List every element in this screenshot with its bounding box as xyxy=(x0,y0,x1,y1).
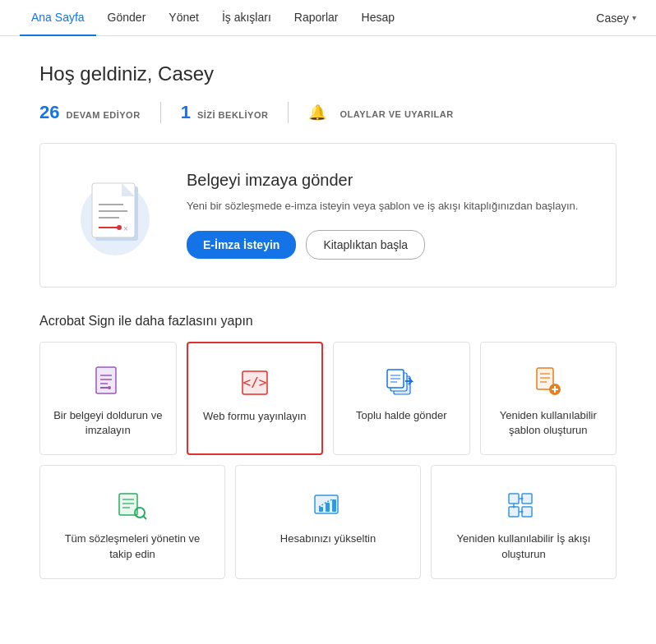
stats-bar: 26 DEVAM EDİYOR 1 SİZİ BEKLİYOR 🔔 OLAYLA… xyxy=(39,102,617,123)
svg-point-9 xyxy=(117,225,122,230)
stat-olaylar-label: OLAYLAR VE UYARILAR xyxy=(340,109,453,119)
promo-illustration: × xyxy=(70,170,160,260)
feature-fill-sign[interactable]: Bir belgeyi doldurun ve imzalayın xyxy=(39,342,177,455)
svg-line-37 xyxy=(143,516,146,519)
kitaplik-button[interactable]: Kitaplıktan başla xyxy=(306,230,425,260)
promo-actions: E-İmza İsteyin Kitaplıktan başla xyxy=(187,230,586,260)
feature-bulk-send[interactable]: Toplu halde gönder xyxy=(333,342,470,455)
nav-item-hesap[interactable]: Hesap xyxy=(350,0,406,36)
feature-manage[interactable]: Tüm sözleşmeleri yönetin ve takip edin xyxy=(39,465,225,578)
promo-content: Belgeyi imzaya gönder Yeni bir sözleşmed… xyxy=(187,171,586,260)
stat-olaylar[interactable]: 🔔 OLAYLAR VE UYARILAR xyxy=(308,104,473,122)
promo-description: Yeni bir sözleşmede e-imza isteyin veya … xyxy=(187,198,586,214)
nav-item-gonder[interactable]: Gönder xyxy=(96,0,158,36)
fill-sign-icon xyxy=(91,366,124,398)
nav-item-yonet[interactable]: Yönet xyxy=(157,0,210,36)
svg-rect-42 xyxy=(509,494,519,504)
user-name: Casey xyxy=(596,12,629,25)
nav-item-home[interactable]: Ana Sayfa xyxy=(20,0,96,36)
manage-label: Tüm sözleşmeleri yönetin ve takip edin xyxy=(53,531,211,561)
bulk-send-icon xyxy=(385,366,418,398)
section-title: Acrobat Sign ile daha fazlasını yapın xyxy=(39,314,617,329)
main-content: Hoş geldiniz, Casey 26 DEVAM EDİYOR 1 Sİ… xyxy=(0,36,656,605)
stat-devam-label: DEVAM EDİYOR xyxy=(66,110,140,120)
workflow-label: Yeniden kullanılabilir İş akışı oluşturu… xyxy=(445,531,603,561)
feature-web-form[interactable]: </> Web formu yayınlayın xyxy=(187,342,324,455)
template-label: Yeniden kullanılabilir şablon oluşturun xyxy=(494,408,603,438)
svg-point-16 xyxy=(108,386,111,389)
web-form-label: Web formu yayınlayın xyxy=(203,409,306,424)
promo-card: × Belgeyi imzaya gönder Yeni bir sözleşm… xyxy=(39,143,617,288)
svg-rect-41 xyxy=(332,499,336,512)
nav-item-raporlar[interactable]: Raporlar xyxy=(283,0,350,36)
svg-rect-40 xyxy=(326,503,330,512)
bulk-send-label: Toplu halde gönder xyxy=(356,408,447,423)
stat-bekliyor-label: SİZİ BEKLİYOR xyxy=(197,110,269,120)
feature-workflow[interactable]: Yeniden kullanılabilir İş akışı oluşturu… xyxy=(431,465,617,578)
navbar: Ana Sayfa Gönder Yönet İş akışları Rapor… xyxy=(0,0,656,36)
feature-template[interactable]: Yeniden kullanılabilir şablon oluşturun xyxy=(480,342,617,455)
svg-rect-39 xyxy=(319,507,323,512)
user-menu[interactable]: Casey ▾ xyxy=(596,12,636,25)
workflow-icon xyxy=(507,489,540,522)
stat-bekliyor-number: 1 xyxy=(181,102,191,123)
bell-icon: 🔔 xyxy=(308,104,326,122)
upgrade-label: Hesabınızı yükseltin xyxy=(280,531,376,546)
features-row2: Tüm sözleşmeleri yönetin ve takip edin H… xyxy=(39,465,617,578)
web-form-icon: </> xyxy=(238,366,271,399)
nav-item-is-akislari[interactable]: İş akışları xyxy=(210,0,283,36)
features-row1: Bir belgeyi doldurun ve imzalayın </> We… xyxy=(39,342,617,455)
welcome-title: Hoş geldiniz, Casey xyxy=(39,62,617,85)
svg-text:×: × xyxy=(123,224,128,233)
feature-upgrade[interactable]: Hesabınızı yükseltin xyxy=(235,465,421,578)
manage-icon xyxy=(116,489,149,522)
document-illustration-icon: × xyxy=(74,170,156,260)
template-icon xyxy=(532,366,565,398)
svg-text:</>: </> xyxy=(243,375,266,390)
stat-devam-number: 26 xyxy=(39,102,59,123)
chevron-down-icon: ▾ xyxy=(632,13,636,22)
stat-devam-ediyor[interactable]: 26 DEVAM EDİYOR xyxy=(39,102,161,123)
upgrade-icon xyxy=(312,489,344,522)
svg-rect-11 xyxy=(96,367,116,393)
fill-sign-label: Bir belgeyi doldurun ve imzalayın xyxy=(53,408,163,438)
nav-items: Ana Sayfa Gönder Yönet İş akışları Rapor… xyxy=(20,0,596,36)
promo-title: Belgeyi imzaya gönder xyxy=(187,171,586,190)
stat-sizi-bekliyor[interactable]: 1 SİZİ BEKLİYOR xyxy=(181,102,289,123)
eimza-button[interactable]: E-İmza İsteyin xyxy=(187,231,296,259)
